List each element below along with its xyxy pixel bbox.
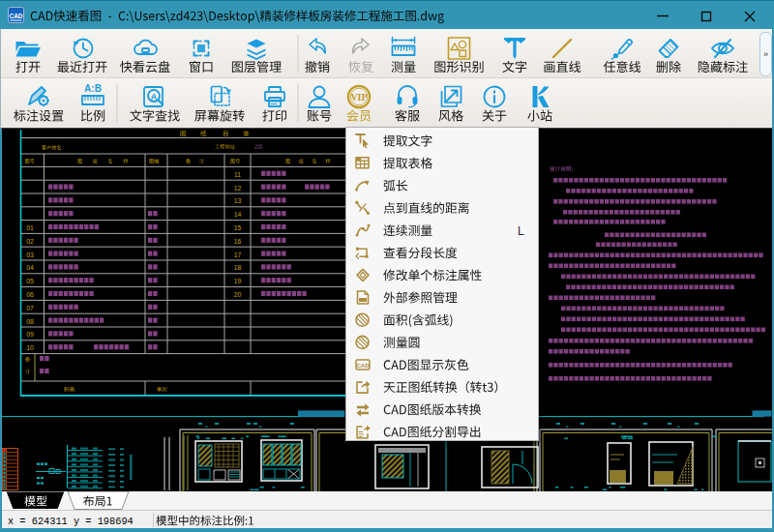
svg-text:18: 18 (234, 264, 242, 271)
svg-text:17: 17 (234, 251, 242, 258)
svg-text:07: 07 (26, 305, 34, 311)
svg-text:13: 13 (234, 197, 242, 204)
svg-text:CAD: CAD (9, 13, 22, 19)
svg-text:02: 02 (26, 238, 34, 245)
svg-text:09: 09 (26, 331, 34, 338)
svg-text:15: 15 (234, 224, 242, 231)
svg-text:11: 11 (234, 171, 241, 178)
svg-text:10: 10 (26, 344, 34, 351)
svg-text:VIP: VIP (350, 92, 367, 103)
svg-text:03: 03 (26, 251, 34, 258)
svg-text:01: 01 (26, 224, 34, 231)
svg-text:05: 05 (26, 278, 34, 284)
svg-text:12: 12 (234, 185, 242, 192)
svg-text:x = 624311 y = 198694: x = 624311 y = 198694 (8, 516, 134, 527)
svg-text:08: 08 (26, 318, 34, 325)
svg-text:A: A (151, 92, 158, 102)
svg-text:»: » (763, 49, 768, 59)
svg-text:16: 16 (234, 238, 242, 245)
svg-text:CAD: CAD (356, 363, 370, 369)
svg-text:A:B: A:B (84, 83, 102, 94)
svg-text:20: 20 (234, 291, 242, 298)
svg-text:19: 19 (234, 278, 242, 284)
svg-text:14: 14 (234, 211, 242, 218)
svg-text:06: 06 (26, 291, 34, 298)
svg-text:L: L (518, 224, 524, 238)
svg-text:04: 04 (26, 264, 34, 271)
